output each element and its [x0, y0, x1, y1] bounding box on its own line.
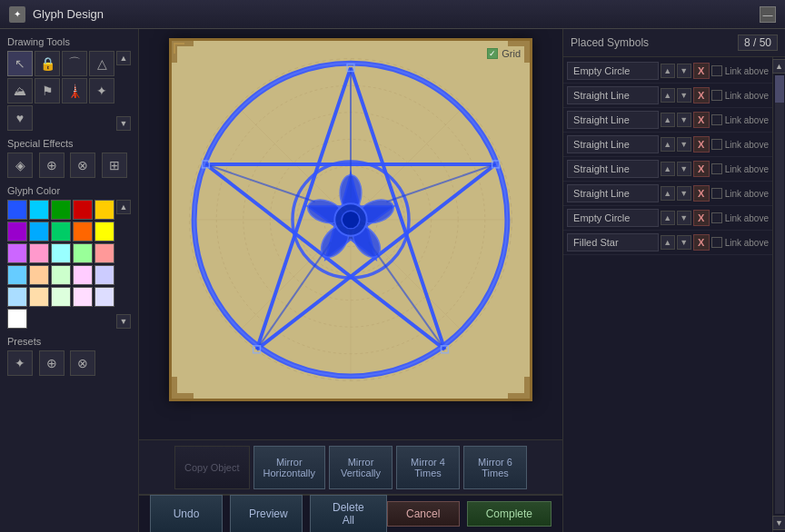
preview-button[interactable]: Preview — [230, 495, 303, 532]
color-lightgreen[interactable] — [73, 243, 93, 263]
symbol-delete-1[interactable]: X — [693, 63, 710, 79]
symbol-delete-7[interactable]: X — [693, 210, 710, 226]
link-above-5: Link above — [711, 163, 769, 174]
copy-object-button[interactable]: Copy Object — [174, 446, 250, 489]
symbol-delete-5[interactable]: X — [693, 161, 710, 177]
color-blush[interactable] — [73, 287, 93, 307]
tool-star[interactable]: ✦ — [89, 78, 114, 103]
symbol-down-4[interactable]: ▼ — [677, 137, 691, 152]
tools-scroll-down[interactable]: ▼ — [116, 116, 131, 131]
tool-mountain[interactable]: ⛰ — [7, 78, 33, 103]
color-lightblue[interactable] — [29, 222, 49, 241]
link-checkbox-5[interactable] — [711, 163, 722, 174]
symbol-down-7[interactable]: ▼ — [677, 211, 691, 225]
color-periwinkle[interactable] — [94, 265, 114, 285]
preset-3[interactable]: ⊗ — [70, 350, 95, 376]
color-skyblue[interactable] — [7, 265, 27, 285]
symbol-down-2[interactable]: ▼ — [677, 88, 691, 103]
symbol-up-1[interactable]: ▲ — [661, 64, 675, 78]
cancel-button[interactable]: Cancel — [387, 501, 460, 527]
tool-flag[interactable]: ⚑ — [35, 78, 60, 103]
minimize-button[interactable]: — — [760, 6, 776, 23]
color-honeydew[interactable] — [51, 287, 71, 307]
tool-triangle[interactable]: △ — [89, 51, 114, 76]
link-checkbox-8[interactable] — [711, 237, 722, 248]
scroll-track[interactable] — [775, 75, 784, 514]
symbol-up-5[interactable]: ▲ — [661, 162, 675, 176]
color-peach[interactable] — [29, 265, 49, 285]
color-green[interactable] — [51, 200, 71, 220]
color-palecyan[interactable] — [7, 287, 27, 307]
tool-cursor[interactable]: ↖ — [7, 51, 33, 76]
color-scroll-up[interactable]: ▲ — [116, 200, 131, 214]
color-blue[interactable] — [7, 200, 27, 220]
symbol-down-1[interactable]: ▼ — [677, 64, 691, 78]
grid-checkbox[interactable]: ✓ — [487, 48, 498, 59]
symbol-up-3[interactable]: ▲ — [661, 113, 675, 127]
symbol-up-8[interactable]: ▲ — [661, 235, 675, 250]
symbol-delete-8[interactable]: X — [693, 234, 710, 251]
color-mint[interactable] — [51, 265, 71, 285]
preset-2[interactable]: ⊕ — [39, 350, 65, 376]
color-lightcyan[interactable] — [51, 243, 71, 263]
symbol-up-4[interactable]: ▲ — [661, 137, 675, 152]
link-checkbox-6[interactable] — [711, 188, 722, 199]
color-scroll-down[interactable]: ▼ — [116, 314, 131, 329]
color-teal[interactable] — [51, 222, 71, 241]
color-brightyellow[interactable] — [94, 222, 114, 241]
link-checkbox-3[interactable] — [711, 114, 722, 125]
color-pink[interactable] — [29, 243, 49, 263]
link-above-8: Link above — [711, 237, 769, 248]
color-white[interactable] — [7, 309, 27, 329]
color-lavender[interactable] — [73, 265, 93, 285]
color-cyan[interactable] — [29, 200, 49, 220]
symbol-delete-3[interactable]: X — [693, 112, 710, 128]
color-salmon[interactable] — [94, 243, 114, 263]
effect-4[interactable]: ⊞ — [102, 153, 127, 178]
symbol-down-6[interactable]: ▼ — [677, 186, 691, 201]
canvas-container[interactable]: ✓ Grid — [139, 29, 562, 439]
tools-scroll-up[interactable]: ▲ — [116, 51, 131, 65]
color-purple[interactable] — [7, 222, 27, 241]
tool-lock[interactable]: 🔒 — [35, 51, 60, 76]
symbol-delete-4[interactable]: X — [693, 136, 710, 153]
mirror-6-times-button[interactable]: Mirror 6 Times — [463, 446, 527, 489]
color-violet[interactable] — [7, 243, 27, 263]
tool-arch[interactable]: ⌒ — [62, 51, 87, 76]
symbol-up-7[interactable]: ▲ — [661, 211, 675, 225]
list-scroll-up[interactable]: ▲ — [772, 59, 786, 74]
link-checkbox-1[interactable] — [711, 65, 722, 76]
symbol-down-5[interactable]: ▼ — [677, 162, 691, 176]
effect-3[interactable]: ⊗ — [70, 153, 95, 178]
list-scroll-down[interactable]: ▼ — [772, 516, 786, 530]
effect-2[interactable]: ⊕ — [39, 153, 65, 178]
mirror-vertically-button[interactable]: Mirror Vertically — [329, 446, 392, 489]
mirror-4-times-button[interactable]: Mirror 4 Times — [396, 446, 460, 489]
undo-button[interactable]: Undo — [150, 495, 223, 532]
tool-heart[interactable]: ♥ — [7, 105, 33, 131]
mirror-horizontally-button[interactable]: Mirror Horizontally — [253, 446, 325, 489]
symbol-down-3[interactable]: ▼ — [677, 113, 691, 127]
drawing-tools-label: Drawing Tools — [7, 36, 131, 47]
symbol-row: Straight Line ▲ ▼ X Link above — [563, 133, 772, 157]
color-orange[interactable] — [73, 222, 93, 241]
delete-all-button[interactable]: Delete All — [310, 495, 387, 532]
effect-1[interactable]: ◈ — [7, 153, 33, 178]
symbol-up-6[interactable]: ▲ — [661, 186, 675, 201]
link-checkbox-2[interactable] — [711, 90, 722, 101]
color-cream[interactable] — [29, 287, 49, 307]
glyph-canvas-bg[interactable]: ✓ Grid — [169, 38, 532, 401]
complete-button[interactable]: Complete — [467, 501, 551, 527]
link-checkbox-7[interactable] — [711, 212, 722, 223]
symbol-up-2[interactable]: ▲ — [661, 88, 675, 103]
color-red[interactable] — [73, 200, 93, 220]
symbol-delete-2[interactable]: X — [693, 87, 710, 103]
symbol-down-8[interactable]: ▼ — [677, 235, 691, 250]
preset-1[interactable]: ✦ — [7, 350, 33, 376]
link-checkbox-4[interactable] — [711, 139, 722, 150]
color-ghost[interactable] — [94, 287, 114, 307]
color-yellow[interactable] — [94, 200, 114, 220]
tool-tower[interactable]: 🗼 — [62, 78, 87, 103]
glyph-drawing[interactable] — [172, 41, 530, 399]
symbol-delete-6[interactable]: X — [693, 185, 710, 202]
